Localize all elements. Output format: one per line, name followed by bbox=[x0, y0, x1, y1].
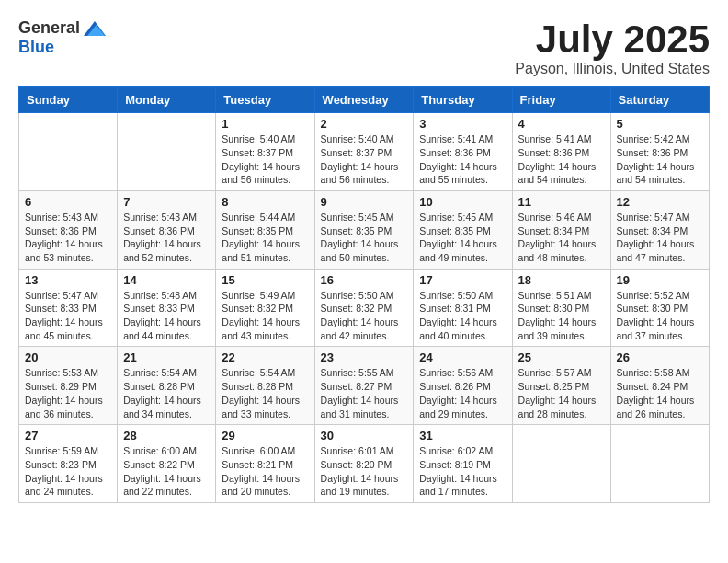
weekday-header-wednesday: Wednesday bbox=[314, 87, 414, 113]
day-info: Sunrise: 6:00 AM Sunset: 8:22 PM Dayligh… bbox=[123, 444, 210, 499]
day-info: Sunrise: 5:48 AM Sunset: 8:33 PM Dayligh… bbox=[123, 289, 210, 343]
calendar-cell: 27Sunrise: 5:59 AM Sunset: 8:23 PM Dayli… bbox=[19, 425, 118, 503]
weekday-header-thursday: Thursday bbox=[414, 87, 512, 113]
day-info: Sunrise: 6:01 AM Sunset: 8:20 PM Dayligh… bbox=[321, 444, 408, 499]
calendar-header-row: SundayMondayTuesdayWednesdayThursdayFrid… bbox=[19, 87, 710, 113]
day-number: 28 bbox=[123, 429, 210, 442]
day-number: 22 bbox=[222, 350, 308, 364]
calendar-cell: 16Sunrise: 5:50 AM Sunset: 8:32 PM Dayli… bbox=[314, 269, 414, 347]
calendar-cell: 3Sunrise: 5:41 AM Sunset: 8:36 PM Daylig… bbox=[414, 113, 512, 191]
calendar-week-2: 6Sunrise: 5:43 AM Sunset: 8:36 PM Daylig… bbox=[19, 190, 710, 269]
day-info: Sunrise: 5:44 AM Sunset: 8:35 PM Dayligh… bbox=[222, 211, 308, 265]
day-number: 10 bbox=[419, 195, 506, 209]
day-info: Sunrise: 5:43 AM Sunset: 8:36 PM Dayligh… bbox=[123, 211, 210, 265]
day-info: Sunrise: 5:59 AM Sunset: 8:23 PM Dayligh… bbox=[25, 444, 111, 499]
title-block: July 2025 Payson, Illinois, United State… bbox=[515, 18, 710, 77]
calendar-cell: 5Sunrise: 5:42 AM Sunset: 8:36 PM Daylig… bbox=[610, 113, 709, 191]
calendar-cell bbox=[19, 113, 118, 191]
day-number: 13 bbox=[25, 273, 111, 287]
weekday-header-tuesday: Tuesday bbox=[216, 87, 314, 113]
calendar-cell: 18Sunrise: 5:51 AM Sunset: 8:30 PM Dayli… bbox=[512, 269, 610, 347]
day-number: 15 bbox=[222, 273, 308, 287]
calendar-cell: 10Sunrise: 5:45 AM Sunset: 8:35 PM Dayli… bbox=[414, 190, 512, 269]
day-number: 19 bbox=[617, 273, 703, 287]
calendar-week-1: 1Sunrise: 5:40 AM Sunset: 8:37 PM Daylig… bbox=[19, 113, 710, 191]
day-info: Sunrise: 5:49 AM Sunset: 8:32 PM Dayligh… bbox=[222, 289, 308, 343]
calendar-cell: 19Sunrise: 5:52 AM Sunset: 8:30 PM Dayli… bbox=[610, 269, 709, 347]
day-info: Sunrise: 5:43 AM Sunset: 8:36 PM Dayligh… bbox=[25, 211, 111, 265]
calendar-cell: 31Sunrise: 6:02 AM Sunset: 8:19 PM Dayli… bbox=[414, 425, 512, 503]
calendar-cell: 29Sunrise: 6:00 AM Sunset: 8:21 PM Dayli… bbox=[216, 425, 314, 503]
day-info: Sunrise: 5:41 AM Sunset: 8:36 PM Dayligh… bbox=[518, 132, 605, 187]
calendar-cell: 21Sunrise: 5:54 AM Sunset: 8:28 PM Dayli… bbox=[118, 347, 216, 425]
day-info: Sunrise: 5:47 AM Sunset: 8:33 PM Dayligh… bbox=[25, 289, 111, 343]
day-number: 23 bbox=[321, 350, 408, 364]
day-info: Sunrise: 5:54 AM Sunset: 8:28 PM Dayligh… bbox=[123, 366, 210, 420]
logo-general-text: General bbox=[18, 18, 80, 38]
day-info: Sunrise: 5:50 AM Sunset: 8:32 PM Dayligh… bbox=[321, 289, 408, 343]
weekday-header-sunday: Sunday bbox=[19, 87, 118, 113]
day-number: 7 bbox=[123, 195, 210, 209]
calendar-cell: 2Sunrise: 5:40 AM Sunset: 8:37 PM Daylig… bbox=[314, 113, 414, 191]
day-number: 11 bbox=[518, 195, 605, 209]
day-info: Sunrise: 5:58 AM Sunset: 8:24 PM Dayligh… bbox=[617, 366, 703, 420]
weekday-header-monday: Monday bbox=[118, 87, 216, 113]
day-number: 1 bbox=[222, 117, 308, 131]
day-number: 20 bbox=[25, 350, 111, 364]
day-number: 29 bbox=[222, 429, 308, 442]
day-info: Sunrise: 5:52 AM Sunset: 8:30 PM Dayligh… bbox=[617, 289, 703, 343]
page-header: General Blue July 2025 Payson, Illinois,… bbox=[18, 18, 710, 77]
calendar-cell: 22Sunrise: 5:54 AM Sunset: 8:28 PM Dayli… bbox=[216, 347, 314, 425]
calendar-week-4: 20Sunrise: 5:53 AM Sunset: 8:29 PM Dayli… bbox=[19, 347, 710, 425]
calendar-week-5: 27Sunrise: 5:59 AM Sunset: 8:23 PM Dayli… bbox=[19, 425, 710, 503]
day-number: 27 bbox=[25, 429, 111, 442]
day-info: Sunrise: 5:47 AM Sunset: 8:34 PM Dayligh… bbox=[617, 211, 703, 265]
calendar-cell: 6Sunrise: 5:43 AM Sunset: 8:36 PM Daylig… bbox=[19, 190, 118, 269]
weekday-header-friday: Friday bbox=[512, 87, 610, 113]
calendar-cell: 30Sunrise: 6:01 AM Sunset: 8:20 PM Dayli… bbox=[314, 425, 414, 503]
day-number: 17 bbox=[419, 273, 506, 287]
calendar-cell bbox=[610, 425, 709, 503]
day-number: 26 bbox=[617, 350, 703, 364]
calendar-cell: 25Sunrise: 5:57 AM Sunset: 8:25 PM Dayli… bbox=[512, 347, 610, 425]
day-info: Sunrise: 5:54 AM Sunset: 8:28 PM Dayligh… bbox=[222, 366, 308, 420]
day-number: 2 bbox=[321, 117, 408, 131]
calendar-cell: 26Sunrise: 5:58 AM Sunset: 8:24 PM Dayli… bbox=[610, 347, 709, 425]
day-info: Sunrise: 5:46 AM Sunset: 8:34 PM Dayligh… bbox=[518, 211, 605, 265]
logo-icon bbox=[84, 21, 106, 36]
day-info: Sunrise: 6:00 AM Sunset: 8:21 PM Dayligh… bbox=[222, 444, 308, 499]
calendar-cell: 12Sunrise: 5:47 AM Sunset: 8:34 PM Dayli… bbox=[610, 190, 709, 269]
day-info: Sunrise: 5:53 AM Sunset: 8:29 PM Dayligh… bbox=[25, 366, 111, 420]
day-info: Sunrise: 5:57 AM Sunset: 8:25 PM Dayligh… bbox=[518, 366, 605, 420]
calendar-cell: 1Sunrise: 5:40 AM Sunset: 8:37 PM Daylig… bbox=[216, 113, 314, 191]
logo: General Blue bbox=[18, 18, 106, 57]
day-info: Sunrise: 5:40 AM Sunset: 8:37 PM Dayligh… bbox=[222, 132, 308, 187]
day-info: Sunrise: 5:51 AM Sunset: 8:30 PM Dayligh… bbox=[518, 289, 605, 343]
calendar-cell: 11Sunrise: 5:46 AM Sunset: 8:34 PM Dayli… bbox=[512, 190, 610, 269]
day-info: Sunrise: 5:41 AM Sunset: 8:36 PM Dayligh… bbox=[419, 132, 506, 187]
calendar-cell bbox=[118, 113, 216, 191]
calendar-cell bbox=[512, 425, 610, 503]
day-info: Sunrise: 5:45 AM Sunset: 8:35 PM Dayligh… bbox=[419, 211, 506, 265]
day-number: 6 bbox=[25, 195, 111, 209]
calendar-cell: 8Sunrise: 5:44 AM Sunset: 8:35 PM Daylig… bbox=[216, 190, 314, 269]
day-number: 31 bbox=[419, 429, 506, 442]
weekday-header-saturday: Saturday bbox=[610, 87, 709, 113]
calendar-cell: 15Sunrise: 5:49 AM Sunset: 8:32 PM Dayli… bbox=[216, 269, 314, 347]
day-number: 3 bbox=[419, 117, 506, 131]
day-number: 4 bbox=[518, 117, 605, 131]
calendar-cell: 23Sunrise: 5:55 AM Sunset: 8:27 PM Dayli… bbox=[314, 347, 414, 425]
day-info: Sunrise: 5:56 AM Sunset: 8:26 PM Dayligh… bbox=[419, 366, 506, 420]
calendar-title: July 2025 bbox=[515, 18, 710, 61]
day-number: 24 bbox=[419, 350, 506, 364]
day-number: 5 bbox=[617, 117, 703, 131]
day-number: 9 bbox=[321, 195, 408, 209]
day-info: Sunrise: 5:55 AM Sunset: 8:27 PM Dayligh… bbox=[321, 366, 408, 420]
day-info: Sunrise: 5:42 AM Sunset: 8:36 PM Dayligh… bbox=[617, 132, 703, 187]
calendar-cell: 17Sunrise: 5:50 AM Sunset: 8:31 PM Dayli… bbox=[414, 269, 512, 347]
calendar-cell: 13Sunrise: 5:47 AM Sunset: 8:33 PM Dayli… bbox=[19, 269, 118, 347]
calendar-table: SundayMondayTuesdayWednesdayThursdayFrid… bbox=[18, 86, 710, 503]
day-number: 8 bbox=[222, 195, 308, 209]
day-number: 21 bbox=[123, 350, 210, 364]
calendar-cell: 4Sunrise: 5:41 AM Sunset: 8:36 PM Daylig… bbox=[512, 113, 610, 191]
